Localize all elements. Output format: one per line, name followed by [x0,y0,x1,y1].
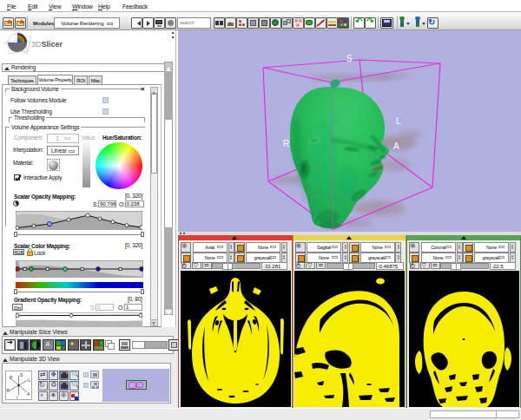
svg-text:R: R [283,139,289,148]
svg-text:R: R [7,388,10,393]
svg-text:A: A [27,391,30,397]
svg-text:S: S [20,372,23,377]
svg-text:P: P [10,375,13,380]
svg-text:L: L [29,377,31,383]
svg-text:S: S [346,54,353,63]
svg-text:L: L [396,116,401,126]
svg-text:A: A [393,141,399,151]
svg-text:I: I [16,395,17,400]
